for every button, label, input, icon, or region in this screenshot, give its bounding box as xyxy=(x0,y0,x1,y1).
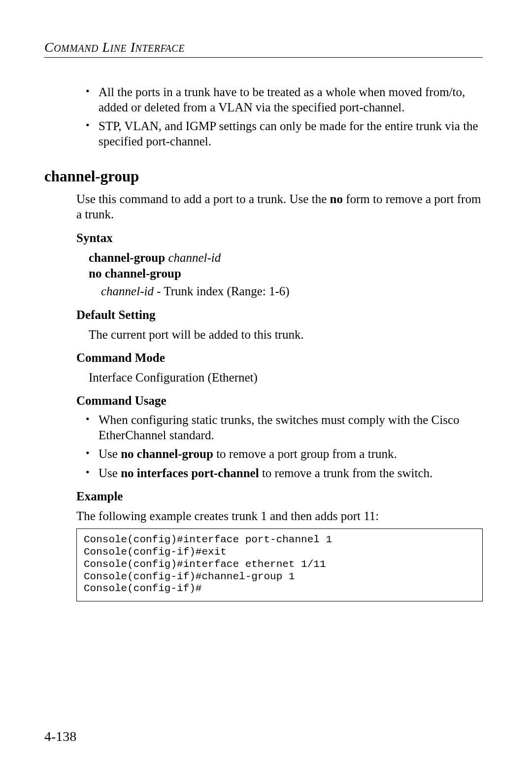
content-area: All the ports in a trunk have to be trea… xyxy=(44,85,483,601)
syntax-param-desc: channel-id - Trunk index (Range: 1-6) xyxy=(89,283,483,299)
text-bold: no xyxy=(330,192,342,206)
list-item: Use no channel-group to remove a port gr… xyxy=(99,447,483,462)
top-bullet-list: All the ports in a trunk have to be trea… xyxy=(76,85,483,149)
default-setting-heading: Default Setting xyxy=(76,308,483,322)
syntax-block: channel-group channel-id no channel-grou… xyxy=(76,250,483,299)
example-text: The following example creates trunk 1 an… xyxy=(76,508,483,524)
example-heading: Example xyxy=(76,490,483,503)
list-item: When configuring static trunks, the swit… xyxy=(99,413,483,443)
syntax-param: channel-id xyxy=(101,284,154,298)
syntax-keyword: channel-group xyxy=(89,251,165,264)
syntax-line: channel-group channel-id xyxy=(89,250,483,266)
text: When configuring static trunks, the swit… xyxy=(99,413,460,442)
page: Command Line Interface All the ports in … xyxy=(0,0,532,774)
list-item: All the ports in a trunk have to be trea… xyxy=(99,85,483,115)
text: Use xyxy=(99,447,121,460)
usage-bullet-list: When configuring static trunks, the swit… xyxy=(76,413,483,481)
text: Use xyxy=(99,466,121,480)
command-title: channel-group xyxy=(44,168,483,185)
text: Use this command to add a port to a trun… xyxy=(76,192,330,206)
syntax-param: channel-id xyxy=(168,251,221,264)
page-number: 4-138 xyxy=(44,729,76,744)
command-mode-heading: Command Mode xyxy=(76,351,483,365)
text-bold: no interfaces port-channel xyxy=(121,466,259,480)
syntax-keyword: no channel-group xyxy=(89,267,181,280)
text: to remove a trunk from the switch. xyxy=(259,466,433,480)
default-setting-text: The current port will be added to this t… xyxy=(76,327,483,342)
command-usage-heading: Command Usage xyxy=(76,394,483,408)
header-rule xyxy=(44,57,483,58)
command-mode-text: Interface Configuration (Ethernet) xyxy=(76,370,483,385)
text: - Trunk index (Range: 1-6) xyxy=(154,284,290,298)
command-intro: Use this command to add a port to a trun… xyxy=(76,191,483,222)
running-header: Command Line Interface xyxy=(44,39,483,55)
syntax-heading: Syntax xyxy=(76,231,483,245)
example-code-block: Console(config)#interface port-channel 1… xyxy=(76,528,483,601)
text-bold: no channel-group xyxy=(121,447,213,460)
list-item: STP, VLAN, and IGMP settings can only be… xyxy=(99,119,483,149)
syntax-line: no channel-group xyxy=(89,266,483,281)
text: to remove a port group from a trunk. xyxy=(213,447,397,460)
list-item: Use no interfaces port-channel to remove… xyxy=(99,466,483,481)
